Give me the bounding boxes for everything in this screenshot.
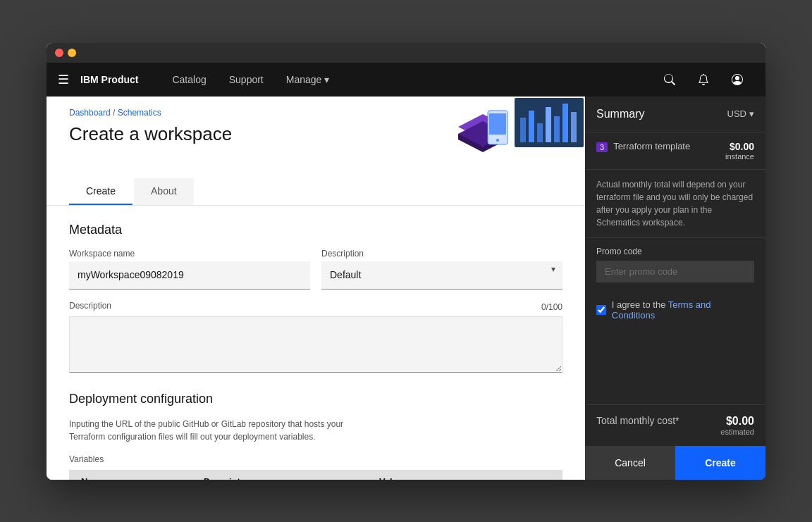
workspace-name-input[interactable] [69, 261, 310, 290]
description-label: Description [321, 249, 562, 259]
navbar: ☰ IBM Product Catalog Support Manage ▾ [47, 63, 765, 97]
variables-table: Name Descripton Value Name Descripton he… [69, 470, 562, 480]
description-group: Description Default Option 1 Option 2 ▾ [321, 249, 562, 290]
total-label: Total monthly cost* [596, 415, 679, 426]
svg-rect-4 [546, 107, 551, 142]
variables-label: Variables [69, 454, 562, 464]
terraform-price: $0.00 [730, 141, 754, 152]
promo-section: Promo code [585, 238, 765, 291]
svg-rect-6 [562, 104, 568, 142]
tabs-bar: Create About [47, 178, 585, 206]
desc-label: Description [69, 301, 111, 311]
main-window: ☰ IBM Product Catalog Support Manage ▾ [47, 43, 765, 480]
form-area: Metadata Workspace name Description Defa… [47, 206, 585, 392]
window-titlebar [47, 43, 765, 63]
total-price: $0.00 [720, 415, 754, 428]
brand-name: IBM Product [80, 74, 138, 85]
content-area: Dashboard / Schematics Create a workspac… [47, 97, 585, 480]
user-icon-button[interactable] [720, 63, 754, 97]
terraform-unit: instance [725, 152, 754, 161]
minimize-button[interactable] [68, 49, 76, 57]
notification-icon-button[interactable] [687, 63, 720, 97]
deployment-description: Inputing the URL of the public GitHub or… [69, 418, 379, 443]
metadata-title: Metadata [69, 223, 562, 237]
close-button[interactable] [55, 49, 63, 57]
total-estimated: estimated [720, 428, 754, 436]
main-layout: Dashboard / Schematics Create a workspac… [47, 97, 765, 480]
deployment-title: Deployment configuration [69, 392, 562, 406]
svg-rect-3 [537, 123, 543, 142]
terraform-info: Terraform template [613, 141, 720, 151]
currency-selector[interactable]: USD ▾ [727, 108, 754, 119]
terraform-price-col: $0.00 instance [725, 141, 754, 161]
nav-catalog[interactable]: Catalog [161, 63, 217, 97]
hero-illustration [444, 97, 585, 163]
hamburger-icon[interactable]: ☰ [58, 72, 69, 87]
action-buttons: Cancel Create [585, 446, 765, 480]
svg-rect-2 [529, 111, 534, 142]
tab-about[interactable]: About [134, 178, 194, 205]
hero-section: Dashboard / Schematics Create a workspac… [47, 97, 585, 167]
promo-label: Promo code [596, 247, 754, 256]
total-price-col: $0.00 estimated [720, 415, 754, 436]
nav-links: Catalog Support Manage ▾ [161, 63, 653, 97]
workspace-row: Workspace name Description Default Optio… [69, 249, 562, 290]
tab-create[interactable]: Create [69, 178, 133, 205]
col-name: Name [70, 470, 192, 480]
cancel-button[interactable]: Cancel [585, 446, 675, 480]
deployment-section: Deployment configuration Inputing the UR… [47, 392, 585, 480]
sidebar: Summary USD ▾ 3 Terraform template $0.00… [585, 97, 765, 480]
description-textarea[interactable] [69, 316, 562, 373]
actual-monthly-text: Actual monthly total will depend on your… [585, 170, 765, 238]
col-actions [484, 470, 562, 480]
breadcrumb-schematics[interactable]: Schematics [118, 108, 161, 118]
terraform-row: 3 Terraform template $0.00 instance [585, 132, 765, 170]
nav-manage[interactable]: Manage ▾ [275, 63, 341, 97]
summary-title: Summary [596, 108, 644, 120]
chevron-down-icon: ▾ [324, 74, 329, 85]
terms-text: I agree to the Terms and Conditions [612, 299, 754, 321]
char-count: 0/100 [541, 302, 562, 312]
breadcrumb-separator: / [113, 108, 118, 118]
svg-rect-5 [554, 116, 560, 142]
nav-icons [653, 63, 754, 97]
currency-chevron-icon: ▾ [749, 108, 754, 119]
description-select[interactable]: Default Option 1 Option 2 [321, 261, 562, 290]
svg-rect-7 [571, 112, 577, 142]
promo-code-input[interactable] [596, 261, 754, 282]
desc-header-row: Description 0/100 [69, 301, 562, 313]
search-icon-button[interactable] [653, 63, 687, 97]
create-button[interactable]: Create [675, 446, 765, 480]
nav-support[interactable]: Support [218, 63, 275, 97]
svg-rect-1 [520, 118, 526, 142]
svg-point-13 [496, 139, 499, 142]
terms-checkbox-row: I agree to the Terms and Conditions [585, 291, 765, 329]
breadcrumb-dashboard[interactable]: Dashboard [69, 108, 111, 118]
terraform-badge: 3 [596, 142, 608, 152]
total-row: Total monthly cost* $0.00 estimated [585, 405, 765, 446]
col-description: Descripton [192, 470, 368, 480]
col-value: Value [368, 470, 484, 480]
sidebar-footer: Total monthly cost* $0.00 estimated Canc… [585, 404, 765, 480]
summary-header: Summary USD ▾ [585, 97, 765, 132]
terms-checkbox[interactable] [596, 305, 606, 315]
terraform-name: Terraform template [613, 141, 720, 151]
currency-label: USD [727, 108, 746, 119]
svg-rect-12 [489, 113, 506, 135]
workspace-name-label: Workspace name [69, 249, 310, 259]
workspace-name-group: Workspace name [69, 249, 310, 290]
